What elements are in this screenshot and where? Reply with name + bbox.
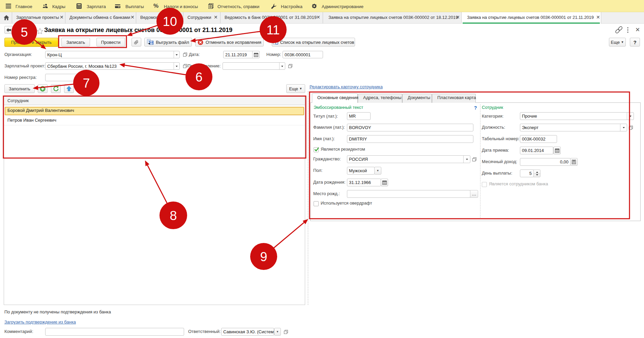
svg-text:6: 6 [195, 70, 202, 84]
svg-text:11: 11 [266, 23, 280, 37]
svg-text:5: 5 [21, 25, 28, 39]
svg-text:7: 7 [83, 76, 90, 90]
